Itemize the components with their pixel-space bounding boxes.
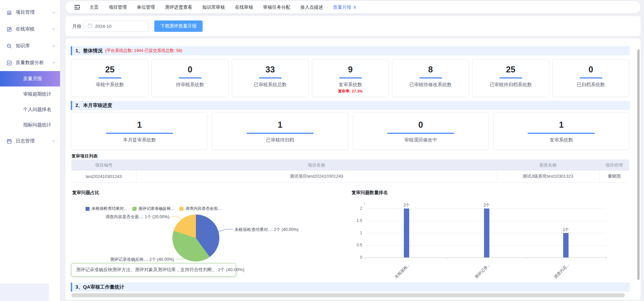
sidebar-item-knowledge-base[interactable]: 知识库 bbox=[0, 38, 60, 54]
bar-value-label: 2个 bbox=[480, 202, 493, 208]
sidebar-footer-block bbox=[0, 284, 49, 301]
stat-card-month-to-archive: 1 已审核待归档 bbox=[212, 112, 348, 150]
cell-system-name: 测试3级系统test10301323 bbox=[497, 171, 599, 182]
stat-underline bbox=[339, 77, 362, 78]
close-tab-icon[interactable]: X bbox=[353, 5, 356, 10]
legend-swatch bbox=[132, 207, 137, 211]
bar-value-label: 1个 bbox=[559, 227, 573, 233]
tab-quality-monthly-report[interactable]: 质量月报X bbox=[333, 4, 356, 10]
stat-card-pending-review: 0 待审核系统数 bbox=[152, 59, 228, 97]
sidebar-subitem-review-overdue-stats[interactable]: 审核超期统计 bbox=[0, 86, 60, 102]
horizontal-scrollbar[interactable] bbox=[71, 293, 625, 297]
stat-card-re-review: 9 复审系统数 复审率: 27.3% bbox=[312, 59, 389, 97]
sidebar-item-label: 知识库 bbox=[16, 43, 52, 49]
tab-evaluation-progress[interactable]: 测评进度查看 bbox=[165, 4, 192, 10]
subitem-label: 质量月报 bbox=[23, 76, 42, 82]
search-icon bbox=[6, 43, 12, 49]
stat-underline bbox=[259, 77, 282, 78]
stat-underline bbox=[580, 77, 602, 78]
filter-toolbar: 月份 2024-10 下载测评质量月报 bbox=[65, 16, 641, 36]
tab-project-management[interactable]: 项目管理 bbox=[109, 4, 127, 10]
pie-callout-not-based: 未根据检查结果对...: 2个 (40.00%) bbox=[234, 227, 299, 233]
report-content-panel: 1、整体情况 (平台系统总数: 1944 已提交系统总数: 58) 25 审核中… bbox=[65, 39, 641, 300]
section1-subtitle: (平台系统总数: 1944 已提交系统总数: 58) bbox=[105, 48, 182, 54]
subitem-label: 指标问题统计 bbox=[23, 122, 51, 128]
bank-icon bbox=[6, 9, 12, 15]
table-header-row: 项目编号 项目名称 系统名称 项目经理 bbox=[71, 160, 629, 171]
review-list-title: 复审项目列表 bbox=[71, 153, 98, 159]
legend-item[interactable]: 测评记录准确反映... bbox=[132, 206, 174, 212]
bar[interactable] bbox=[484, 208, 489, 257]
subitem-label: 审核超期统计 bbox=[23, 91, 51, 97]
sidebar-subitem-quality-monthly-report[interactable]: 质量月报 bbox=[0, 71, 60, 86]
tab-home[interactable]: 主页 bbox=[90, 4, 99, 10]
stat-value: 1 bbox=[72, 120, 207, 130]
stat-label: 已审核待归档 bbox=[212, 137, 347, 143]
section1-title: 1、整体情况 bbox=[75, 48, 103, 54]
stat-label: 审核中系统数 bbox=[72, 82, 148, 88]
edit-icon bbox=[6, 26, 12, 32]
stat-underline bbox=[387, 133, 454, 134]
stat-value: 8 bbox=[392, 65, 469, 74]
bar[interactable] bbox=[404, 208, 409, 257]
tab-review-task-assignment[interactable]: 审核任务分配 bbox=[263, 4, 290, 10]
stat-underline bbox=[528, 133, 595, 134]
stat-value: 33 bbox=[232, 65, 308, 74]
y-tick-label: 2 bbox=[352, 206, 362, 211]
section3-title: 3、QA审核工作量统计 bbox=[75, 284, 124, 290]
month-progress-cards-row: 1 本月提审系统数 1 已审核待归档 0 审核退回修改中 1 复审系统数 bbox=[71, 112, 629, 150]
download-monthly-report-button[interactable]: 下载测评质量月报 bbox=[154, 20, 203, 32]
bar[interactable] bbox=[563, 233, 569, 257]
section2-header: 2、本月审核进度 bbox=[71, 101, 630, 110]
y-tick-label: 0.5 bbox=[352, 243, 362, 247]
section3-header: 3、QA审核工作量统计 bbox=[71, 283, 630, 292]
stat-value: 0 bbox=[553, 65, 629, 74]
top-tab-bar: 主页 项目管理 单位管理 测评进度查看 知识库审核 在线审核 审核任务分配 接入… bbox=[65, 1, 641, 13]
stat-underline bbox=[106, 133, 173, 134]
axis-tick bbox=[446, 258, 447, 259]
month-picker-input[interactable]: 2024-10 bbox=[84, 20, 149, 32]
bar-value-label: 2个 bbox=[400, 202, 413, 208]
tab-online-review[interactable]: 在线审核 bbox=[235, 4, 253, 10]
sidebar-item-project-management[interactable]: 项目管理 bbox=[0, 4, 60, 21]
axis-tick bbox=[526, 258, 527, 259]
chevron-down-icon bbox=[52, 140, 55, 142]
tab-knowledge-review[interactable]: 知识库审核 bbox=[202, 4, 225, 10]
sidebar: 项目管理 在线审核 知识库 质量数据分析 质量月报 审核超期统计 个人问题排名 … bbox=[0, 0, 60, 301]
cell-project-manager: 董晓雨 bbox=[599, 171, 629, 182]
sidebar-item-label: 日志管理 bbox=[16, 138, 52, 144]
tab-access-point-description[interactable]: 接入点描述 bbox=[301, 4, 323, 10]
stat-label: 已归档系统数 bbox=[553, 82, 629, 88]
y-axis-arrow-icon: ↑ bbox=[363, 200, 366, 206]
sidebar-subitem-indicator-issue-stats[interactable]: 指标问题统计 bbox=[0, 117, 60, 133]
month-value: 2024-10 bbox=[95, 24, 112, 29]
axis-tick bbox=[606, 258, 606, 259]
collapse-menu-icon[interactable] bbox=[74, 5, 80, 10]
re-review-rate: 复审率: 27.3% bbox=[312, 89, 388, 94]
bar-chart-panel: 复审问题数量排名 ↑ 2 1.5 1 0.5 0 2个 2个 1个 未根据检..… bbox=[349, 188, 631, 283]
legend-label: 调查内容是否全面... bbox=[185, 206, 221, 212]
stat-underline bbox=[179, 77, 202, 78]
sidebar-item-online-review[interactable]: 在线审核 bbox=[0, 21, 60, 38]
chevron-up-icon bbox=[52, 62, 55, 64]
sidebar-subitem-personal-issue-ranking[interactable]: 个人问题排名 bbox=[0, 102, 60, 117]
legend-swatch bbox=[179, 207, 183, 211]
legend-item[interactable]: 调查内容是否全面... bbox=[179, 206, 221, 212]
sidebar-item-quality-data-analysis[interactable]: 质量数据分析 bbox=[0, 54, 60, 71]
calendar-log-icon bbox=[6, 138, 12, 144]
legend-item[interactable]: 未根据检查结果对... bbox=[86, 206, 127, 212]
sidebar-item-log-management[interactable]: 日志管理 bbox=[0, 133, 60, 149]
pie-chart-circle[interactable] bbox=[172, 215, 219, 261]
stat-card-reviewed-to-archive: 25 已审核待归档系统数 bbox=[472, 59, 549, 97]
table-row: test202410301243 测试项目test202410301243 测试… bbox=[71, 171, 629, 182]
overview-cards-row: 25 审核中系统数 0 待审核系统数 33 已审核系统总数 9 复审系统数 复审… bbox=[71, 59, 629, 97]
chevron-down-icon bbox=[52, 45, 55, 47]
month-field-label: 月份 bbox=[72, 23, 82, 29]
legend-label: 测评记录准确反映... bbox=[139, 206, 174, 212]
stat-card-archived: 0 已归档系统数 bbox=[552, 59, 629, 97]
tab-unit-management[interactable]: 单位管理 bbox=[137, 4, 155, 10]
col-project-id: 项目编号 bbox=[71, 160, 136, 171]
stat-label: 本月提审系统数 bbox=[72, 137, 207, 143]
pie-callout-survey: 调查内容是否全面...: 1个 (20.00%) bbox=[96, 214, 169, 220]
vertical-scrollbar[interactable] bbox=[637, 49, 640, 280]
